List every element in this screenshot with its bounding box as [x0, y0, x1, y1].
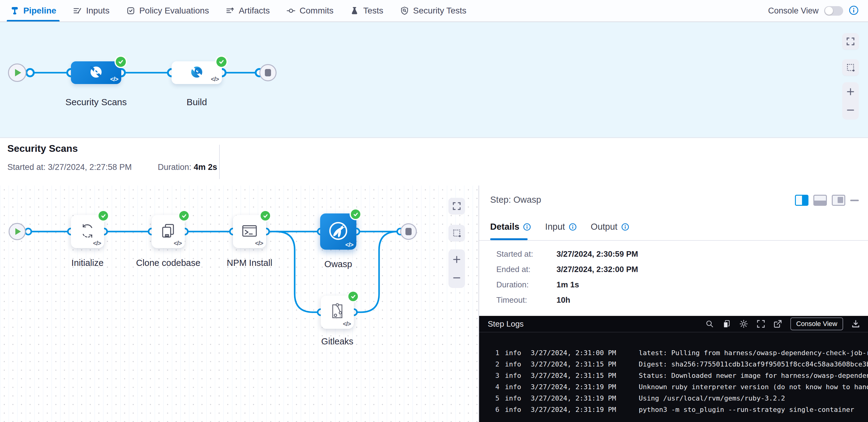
- open-external-icon[interactable]: [773, 320, 782, 328]
- download-logs-icon[interactable]: [851, 320, 860, 328]
- step-node-clone-codebase[interactable]: </>: [152, 215, 185, 248]
- zoom-controls: [448, 249, 465, 288]
- nav-tab-label: Commits: [300, 6, 333, 15]
- toggle-knob: [825, 7, 833, 15]
- marquee-select-button[interactable]: [842, 59, 859, 76]
- expand-canvas-button[interactable]: [448, 198, 465, 215]
- duration-label: Duration:: [158, 163, 194, 172]
- zoom-in-button[interactable]: [448, 251, 465, 268]
- log-message: latest: Pulling from harness/owasp-depen…: [639, 349, 868, 357]
- gitleaks-icon: [329, 303, 346, 322]
- fullscreen-logs-icon[interactable]: [756, 320, 765, 328]
- artifacts-icon: [226, 6, 235, 15]
- step-label[interactable]: Gitleaks: [307, 336, 368, 347]
- pipeline-end-node[interactable]: [259, 64, 277, 81]
- stage-duration: Duration: 4m 2s: [158, 163, 217, 172]
- step-node-initialize[interactable]: </>: [71, 215, 104, 248]
- log-line: 1 info 3/27/2024, 2:31:00 PM latest: Pul…: [479, 347, 868, 359]
- stage-node-build[interactable]: </>: [172, 61, 222, 84]
- console-view-button[interactable]: Console View: [790, 317, 843, 330]
- nav-tab-label: Security Tests: [413, 6, 467, 15]
- plus-icon: [846, 88, 855, 96]
- detail-label: Timeout:: [496, 295, 556, 305]
- stage-info-bar: Security Scans Started at: 3/27/2024, 2:…: [0, 137, 868, 186]
- stage-started-at: Started at: 3/27/2024, 2:27:58 PM: [7, 163, 132, 172]
- log-timestamp: 3/27/2024, 2:31:15 PM: [531, 360, 617, 368]
- log-line-number: 1: [479, 349, 499, 357]
- nav-right: Console View: [768, 0, 868, 22]
- tab-output[interactable]: Output: [591, 222, 629, 232]
- console-view-toggle[interactable]: [824, 6, 843, 15]
- tab-commits[interactable]: Commits: [278, 0, 342, 22]
- success-check-icon: [116, 57, 126, 67]
- minimize-panel-button[interactable]: [850, 200, 859, 201]
- marquee-select-button[interactable]: [448, 225, 465, 241]
- tab-artifacts[interactable]: Artifacts: [217, 0, 278, 22]
- step-details-list: Started at: 3/27/2024, 2:30:59 PM Ended …: [496, 249, 638, 311]
- pipeline-execution-page: Pipeline Inputs Policy Evaluations Artif…: [0, 0, 868, 422]
- panel-layout-controls: [795, 195, 859, 206]
- step-node-owasp[interactable]: </>: [320, 214, 356, 250]
- clone-codebase-icon: [159, 222, 177, 241]
- tab-security-tests[interactable]: Security Tests: [392, 0, 475, 22]
- stage-label[interactable]: Security Scans: [50, 97, 142, 107]
- zoom-in-button[interactable]: [842, 83, 859, 100]
- zoom-out-button[interactable]: [842, 101, 859, 119]
- step-node-gitleaks[interactable]: </>: [321, 296, 354, 329]
- step-logs-panel: Step Logs: [479, 316, 868, 422]
- info-icon[interactable]: [849, 5, 859, 17]
- policy-check-icon: [126, 6, 135, 15]
- tab-policy-evaluations[interactable]: Policy Evaluations: [118, 0, 217, 22]
- zoom-out-button[interactable]: [448, 269, 465, 287]
- success-check-icon: [348, 292, 358, 301]
- tab-pipeline[interactable]: Pipeline: [2, 0, 64, 22]
- divider: [219, 145, 220, 179]
- layout-float-button[interactable]: [832, 195, 845, 206]
- tab-label: Output: [591, 222, 618, 232]
- steps-start-node[interactable]: [9, 223, 26, 240]
- detail-label: Duration:: [496, 280, 556, 290]
- detail-label: Ended at:: [496, 265, 556, 274]
- tab-label: Details: [490, 222, 519, 232]
- info-icon[interactable]: [523, 223, 531, 231]
- layout-split-bottom-button[interactable]: [813, 195, 827, 206]
- copy-logs-icon[interactable]: [722, 320, 731, 328]
- step-label[interactable]: Initialize: [51, 258, 124, 268]
- commits-icon: [286, 6, 296, 15]
- pipeline-start-node[interactable]: [8, 63, 26, 82]
- tab-label: Input: [545, 222, 565, 232]
- success-check-icon: [98, 211, 108, 221]
- marquee-icon: [846, 63, 855, 72]
- log-settings-gear-icon[interactable]: [739, 319, 748, 328]
- tab-input[interactable]: Input: [545, 222, 577, 232]
- step-label[interactable]: Owasp: [308, 259, 369, 269]
- log-timestamp: 3/27/2024, 2:31:00 PM: [531, 349, 617, 357]
- tab-tests[interactable]: Tests: [342, 0, 391, 22]
- marquee-icon: [453, 229, 461, 237]
- nav-tab-label: Artifacts: [239, 6, 270, 15]
- steps-end-node[interactable]: [400, 223, 417, 240]
- terminal-icon: [241, 222, 258, 241]
- tab-inputs[interactable]: Inputs: [64, 0, 118, 22]
- step-graph-canvas: </> Initialize </> Clone codebase </>: [0, 186, 479, 422]
- step-label[interactable]: Clone codebase: [125, 258, 211, 268]
- tab-details[interactable]: Details: [490, 222, 531, 232]
- layout-split-right-button[interactable]: [795, 195, 808, 206]
- stage-label[interactable]: Build: [166, 97, 227, 107]
- info-icon[interactable]: [621, 223, 629, 231]
- ci-stage-icon: [88, 64, 104, 82]
- console-view-label: Console View: [768, 6, 818, 15]
- step-logs-header: Step Logs: [479, 316, 868, 332]
- plus-icon: [453, 255, 461, 264]
- step-node-npm-install[interactable]: </>: [233, 215, 266, 248]
- code-badge: </>: [345, 241, 353, 249]
- search-logs-icon[interactable]: [705, 320, 714, 328]
- step-logs-body[interactable]: 1 info 3/27/2024, 2:31:00 PM latest: Pul…: [479, 332, 868, 422]
- minus-icon: [453, 273, 461, 282]
- expand-canvas-button[interactable]: [842, 33, 859, 50]
- log-message: Using /usr/local/rvm/gems/ruby-3.2.2: [639, 394, 868, 402]
- info-icon[interactable]: [569, 223, 577, 231]
- step-label[interactable]: NPM Install: [210, 258, 289, 268]
- stage-node-security-scans[interactable]: </>: [71, 61, 121, 84]
- log-level: info: [505, 406, 522, 414]
